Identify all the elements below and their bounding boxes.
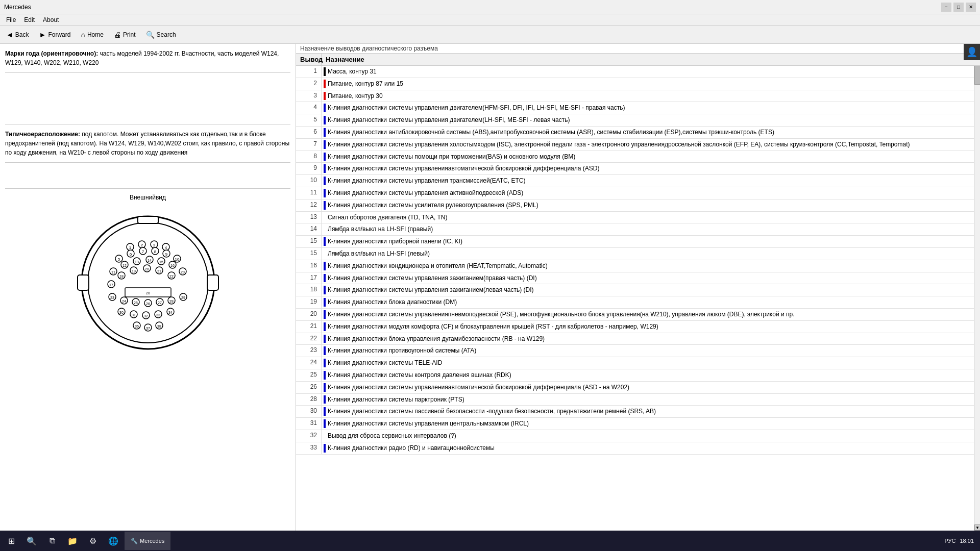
row-description: К-линия диагностики системы управленияпн… <box>322 309 980 320</box>
row-color-bar <box>324 383 326 392</box>
row-number: 17 <box>296 272 322 284</box>
row-description: К-линия диагностики системы управления ц… <box>322 418 980 430</box>
menu-file[interactable]: File <box>2 15 20 24</box>
close-button[interactable]: ✕ <box>966 3 976 12</box>
table-row: 15К-линия диагностики приборной панели (… <box>296 236 980 248</box>
svg-text:14: 14 <box>148 259 152 262</box>
empty-section-1 <box>5 78 290 119</box>
search-taskbar-button[interactable]: 🔍 <box>22 532 41 550</box>
settings-taskbar-button[interactable]: ⚙ <box>84 532 102 550</box>
row-color-bar <box>324 116 326 124</box>
menu-edit[interactable]: Edit <box>20 15 39 24</box>
row-number: 20 <box>296 309 322 320</box>
svg-text:12: 12 <box>122 264 127 267</box>
row-text: К-линия диагностики системы помощи при т… <box>328 153 575 161</box>
table-row: 4К-линия диагностики системы управления … <box>296 102 980 114</box>
svg-text:30: 30 <box>119 311 124 314</box>
row-description: К-линия диагностики системы управленияав… <box>322 163 980 174</box>
scroll-down-arrow[interactable]: ▼ <box>974 524 980 531</box>
divider-1 <box>5 72 290 73</box>
row-color-bar <box>324 128 326 137</box>
print-button[interactable]: 🖨 Print <box>110 29 140 41</box>
minimize-button[interactable]: − <box>941 3 951 12</box>
row-description: Вывод для сброса сервисных интервалов (?… <box>322 430 980 442</box>
table-row: 7К-линия диагностики системы управления … <box>296 139 980 151</box>
table-row: 32Вывод для сброса сервисных интервалов … <box>296 430 980 442</box>
row-color-bar <box>324 432 326 440</box>
table-row: 15Лямбда вкл/выкл на LH-SFI (левый) <box>296 248 980 260</box>
start-button[interactable]: ⊞ <box>2 532 20 550</box>
row-color-bar <box>324 395 326 404</box>
row-text: Лямбда вкл/выкл на LH-SFI (правый) <box>328 225 433 234</box>
svg-text:22: 22 <box>169 274 174 278</box>
row-number: 11 <box>296 187 322 199</box>
svg-rect-4 <box>207 275 218 290</box>
svg-text:23: 23 <box>181 270 185 274</box>
row-number: 26 <box>296 382 322 393</box>
row-description: К-линия диагностики блока управления дуг… <box>322 333 980 345</box>
svg-text:38: 38 <box>157 324 161 328</box>
mercedes-app-button[interactable]: 🔧 Mercedes <box>125 532 170 550</box>
row-description: К-линия диагностики системы управления д… <box>322 102 980 114</box>
profile-icon[interactable]: 👤 <box>966 46 977 58</box>
browser-button[interactable]: 🌐 <box>104 532 122 550</box>
row-number: 5 <box>296 114 322 126</box>
row-text: К-линия диагностики системы пассивной бе… <box>328 407 656 416</box>
taskview-button[interactable]: ⧉ <box>43 532 61 550</box>
back-button[interactable]: ◄ Back <box>2 29 33 41</box>
connector-area: 1 2 3 4 5 6 7 8 9 10 <box>5 206 290 359</box>
svg-text:13: 13 <box>135 260 139 264</box>
row-description: К-линия диагностики системы помощи при т… <box>322 151 980 163</box>
forward-button[interactable]: ► Forward <box>35 29 75 41</box>
row-text: Вывод для сброса сервисных интервалов (?… <box>328 432 456 440</box>
scrollbar-track[interactable]: ▼ <box>974 44 980 531</box>
svg-text:31: 31 <box>132 313 136 317</box>
svg-text:32: 32 <box>144 314 148 318</box>
print-icon: 🖨 <box>114 31 121 39</box>
row-number: 15 <box>296 236 322 247</box>
table-row: 1Масса, контур 31 <box>296 66 980 78</box>
row-description: Сигнал оборотов двигателя (TD, TNA, TN) <box>322 212 980 223</box>
table-row: 30К-линия диагностики системы пассивной … <box>296 406 980 418</box>
explorer-button[interactable]: 📁 <box>63 532 82 550</box>
svg-text:26: 26 <box>146 302 150 306</box>
row-color-bar <box>324 444 326 453</box>
table-row: 12К-линия диагностики системы усилителя … <box>296 199 980 212</box>
row-text: К-линия диагностики системы управления т… <box>328 177 525 185</box>
table-body: 1Масса, контур 312Питание, контур 87 или… <box>296 66 980 455</box>
search-button[interactable]: 🔍 Search <box>142 29 180 41</box>
left-panel: Марки года (ориентировочно): часть модел… <box>0 44 296 531</box>
external-view-label: Внешнийвид <box>5 194 290 201</box>
row-text: К-линия диагностики системы управления х… <box>328 140 910 149</box>
table-row: 26К-линия диагностики системы управления… <box>296 382 980 394</box>
right-panel[interactable]: Назначение выводов диагностического разъ… <box>296 44 980 531</box>
row-number: 2 <box>296 78 322 90</box>
row-number: 22 <box>296 333 322 345</box>
svg-text:20: 20 <box>145 267 149 271</box>
row-number: 19 <box>296 296 322 308</box>
maximize-button[interactable]: □ <box>953 3 964 12</box>
row-text: К-линия диагностики противоугонной систе… <box>328 346 476 355</box>
row-number: 6 <box>296 127 322 138</box>
row-color-bar <box>324 407 326 416</box>
row-color-bar <box>324 104 326 112</box>
row-number: 28 <box>296 394 322 406</box>
svg-text:19: 19 <box>132 269 136 273</box>
row-number: 31 <box>296 418 322 430</box>
svg-text:21: 21 <box>157 269 161 273</box>
row-number: 9 <box>296 163 322 174</box>
row-description: К-линия диагностики системы управления з… <box>322 272 980 284</box>
svg-text:27: 27 <box>158 301 162 305</box>
menu-about[interactable]: About <box>39 15 63 24</box>
svg-text:10: 10 <box>175 257 179 262</box>
svg-text:36: 36 <box>135 324 139 328</box>
row-number: 12 <box>296 199 322 211</box>
row-color-bar <box>324 201 326 210</box>
row-number: 21 <box>296 321 322 333</box>
home-button[interactable]: ⌂ Home <box>77 29 107 41</box>
toolbar: ◄ Back ► Forward ⌂ Home 🖨 Print 🔍 Search <box>0 26 980 44</box>
menubar: File Edit About <box>0 14 980 26</box>
row-text: К-линия диагностики системы управленияпн… <box>328 310 794 319</box>
row-text: К-линия диагностики антиблокировочной си… <box>328 128 774 137</box>
row-number: 24 <box>296 357 322 369</box>
